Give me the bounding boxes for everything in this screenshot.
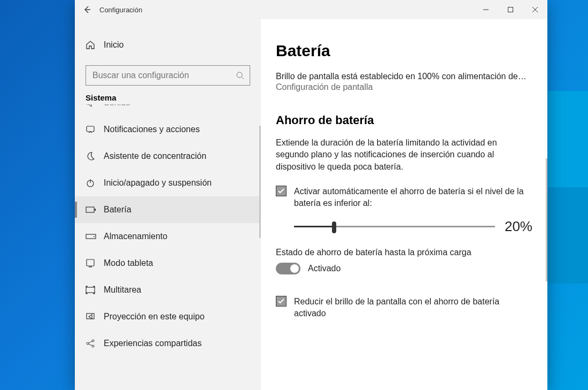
power-icon bbox=[86, 178, 104, 188]
sidebar-item-modo-tableta[interactable]: Modo tableta bbox=[75, 250, 261, 277]
sidebar-item-asistente-de-concentraci-n[interactable]: Asistente de concentración bbox=[75, 143, 261, 170]
search-input[interactable] bbox=[91, 70, 236, 81]
shared-icon bbox=[86, 339, 104, 348]
project-icon bbox=[86, 312, 104, 322]
auto-saver-label: Activar automáticamente el ahorro de bat… bbox=[294, 186, 532, 209]
saver-toggle-label: Activado bbox=[308, 264, 341, 273]
sidebar-item-label: Notificaciones y acciones bbox=[104, 125, 200, 134]
sidebar-home[interactable]: Inicio bbox=[86, 34, 250, 56]
saver-state-label: Estado de ahorro de batería hasta la pró… bbox=[276, 248, 532, 257]
sidebar-item-label: Inicio/apagado y suspensión bbox=[104, 178, 212, 188]
sidebar: Inicio Sistema SonidoNotificaciones y ac… bbox=[75, 19, 261, 390]
sidebar-item-label: Multitarea bbox=[104, 285, 141, 295]
slider-value-label: 20% bbox=[505, 218, 532, 235]
saver-toggle[interactable] bbox=[276, 263, 300, 274]
svg-rect-10 bbox=[86, 287, 95, 293]
titlebar: Configuración bbox=[75, 0, 547, 19]
arrow-left-icon bbox=[83, 5, 91, 14]
minimize-button[interactable] bbox=[474, 0, 498, 19]
sidebar-item-inicio-apagado-y-suspensi-n[interactable]: Inicio/apagado y suspensión bbox=[75, 170, 261, 196]
maximize-button[interactable] bbox=[498, 0, 523, 19]
svg-point-1 bbox=[237, 72, 242, 78]
sidebar-group-label: Sistema bbox=[86, 93, 250, 102]
sidebar-home-label: Inicio bbox=[104, 40, 123, 50]
svg-rect-9 bbox=[89, 266, 92, 267]
page-title: Batería bbox=[276, 42, 532, 60]
search-icon bbox=[236, 71, 244, 80]
battery-saver-description: Extiende la duración de la batería limit… bbox=[276, 137, 527, 173]
check-icon bbox=[277, 297, 285, 305]
close-icon bbox=[532, 7, 538, 12]
search-box[interactable] bbox=[86, 65, 250, 86]
sidebar-item-label: Batería bbox=[104, 205, 131, 215]
sidebar-item-notificaciones-y-acciones[interactable]: Notificaciones y acciones bbox=[75, 116, 261, 143]
home-icon bbox=[86, 40, 104, 50]
svg-point-13 bbox=[92, 340, 94, 342]
tablet-icon bbox=[86, 258, 104, 268]
minimize-icon bbox=[483, 7, 489, 12]
reduce-brightness-checkbox[interactable] bbox=[276, 296, 287, 307]
sidebar-item-label: Asistente de concentración bbox=[104, 151, 206, 161]
svg-rect-2 bbox=[87, 126, 94, 132]
multitask-icon bbox=[86, 285, 104, 295]
sidebar-item-label: Almacenamiento bbox=[104, 232, 167, 241]
moon-icon bbox=[86, 151, 104, 161]
svg-point-14 bbox=[92, 345, 94, 347]
storage-icon bbox=[86, 233, 104, 240]
battery-icon bbox=[86, 207, 104, 213]
sidebar-item-experiencias-compartidas[interactable]: Experiencias compartidas bbox=[75, 330, 261, 357]
svg-point-12 bbox=[87, 342, 89, 345]
sidebar-item-multitarea[interactable]: Multitarea bbox=[75, 277, 261, 303]
svg-rect-8 bbox=[87, 259, 94, 266]
brightness-status-line: Brillo de pantalla está establecido en 1… bbox=[276, 72, 532, 81]
threshold-slider[interactable] bbox=[294, 220, 495, 233]
sidebar-item-almacenamiento[interactable]: Almacenamiento bbox=[75, 223, 261, 250]
content-scrollbar[interactable] bbox=[546, 158, 547, 281]
notification-icon bbox=[86, 125, 104, 134]
reduce-brightness-label: Reducir el brillo de la pantalla con el … bbox=[294, 296, 532, 319]
svg-rect-0 bbox=[508, 7, 513, 12]
battery-saver-heading: Ahorro de batería bbox=[276, 113, 532, 127]
settings-window: Configuración bbox=[75, 0, 547, 390]
svg-point-7 bbox=[94, 236, 95, 237]
sidebar-item-sonido[interactable]: Sonido bbox=[75, 104, 261, 116]
auto-saver-checkbox[interactable] bbox=[276, 186, 287, 196]
display-settings-link[interactable]: Configuración de pantalla bbox=[276, 82, 532, 92]
sidebar-item-label: Modo tableta bbox=[104, 258, 153, 268]
check-icon bbox=[277, 187, 285, 195]
sidebar-item-bater-a[interactable]: Batería bbox=[75, 196, 261, 223]
sidebar-item-label: Experiencias compartidas bbox=[104, 339, 202, 348]
sidebar-item-label: Sonido bbox=[104, 104, 130, 108]
content-panel: Batería Brillo de pantalla está establec… bbox=[261, 19, 547, 390]
sidebar-item-label: Proyección en este equipo bbox=[104, 312, 205, 322]
maximize-icon bbox=[508, 7, 513, 12]
close-button[interactable] bbox=[523, 0, 547, 19]
sidebar-item-proyecci-n-en-este-equipo[interactable]: Proyección en este equipo bbox=[75, 303, 261, 330]
toggle-knob bbox=[290, 264, 299, 273]
window-title: Configuración bbox=[99, 6, 142, 14]
desktop-wallpaper: Configuración bbox=[0, 0, 588, 390]
svg-rect-5 bbox=[95, 209, 96, 211]
back-button[interactable] bbox=[75, 0, 99, 19]
sidebar-nav-list: SonidoNotificaciones y accionesAsistente… bbox=[75, 104, 261, 390]
svg-rect-4 bbox=[86, 207, 94, 212]
slider-thumb[interactable] bbox=[332, 221, 336, 233]
slider-track-fill bbox=[294, 226, 334, 227]
sound-icon bbox=[86, 104, 104, 108]
